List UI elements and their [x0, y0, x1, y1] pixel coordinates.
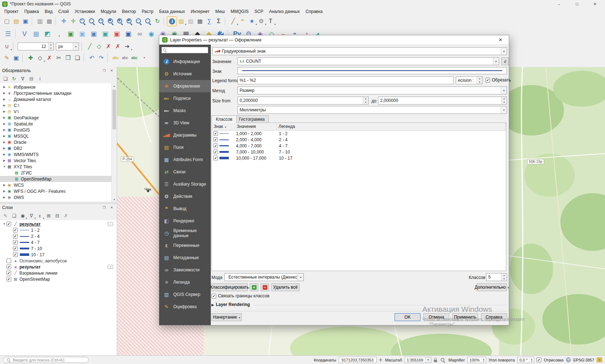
add-feature[interactable]: ✚ — [26, 53, 35, 63]
menubar-item-2[interactable]: Правка — [22, 8, 42, 15]
pan-to-selection[interactable]: ✛ — [68, 17, 78, 26]
quick-search-input[interactable]: Введите для поиска (Ctrl+K) — [3, 357, 89, 363]
dialog-tab-qgis-server[interactable]: ▥QGIS Сервер — [159, 288, 210, 301]
browser-item-drive-v[interactable]: ▶▤V:\ — [0, 108, 117, 115]
topology-editing[interactable]: ✗ — [104, 42, 113, 51]
menubar-item-15[interactable]: Справка — [303, 8, 325, 15]
menubar-item-3[interactable]: Вид — [42, 8, 55, 15]
expander-icon[interactable]: ▶ — [2, 128, 6, 132]
paste-features[interactable]: ❏ — [73, 53, 82, 63]
render-checkbox[interactable] — [537, 358, 541, 362]
new-bookmark[interactable]: ★▾ — [247, 17, 257, 26]
layers-visibility[interactable]: ◉▾ — [19, 212, 27, 220]
legend-checkbox[interactable] — [13, 234, 18, 239]
classes-row[interactable]: 7,000 - 10,0007 - 10 — [212, 149, 506, 155]
classes-row[interactable]: 10,000 - 17,00010 - 17 — [212, 155, 506, 161]
messages-icon[interactable]: ☰ — [597, 358, 602, 362]
ok-button[interactable]: OK — [395, 313, 421, 321]
browser-item-geopackage[interactable]: ▶▣GeoPackage — [0, 115, 117, 121]
browser-item-wms-wmts[interactable]: ▶◉WMS/WMTS — [0, 151, 117, 157]
expander-icon[interactable]: ▶ — [2, 190, 6, 193]
classes-count-spinner[interactable]: 5 — [486, 273, 507, 281]
classify-button[interactable]: Классифицировать — [212, 283, 248, 291]
class-checkbox[interactable] — [213, 137, 218, 142]
zoom-native[interactable]: 1:1 — [97, 17, 106, 26]
browser-item-openstreetmap[interactable]: ▦OpenStreetMap — [0, 176, 117, 182]
renderer-combo[interactable]: Градуированный знак — [212, 47, 507, 55]
class-checkbox[interactable] — [213, 131, 218, 136]
label-pin[interactable]: abc — [120, 53, 130, 63]
layers-close-icon[interactable] — [109, 205, 115, 210]
snapping-units[interactable]: px — [56, 43, 79, 50]
select-features[interactable]: ▨▾ — [177, 17, 186, 26]
snapping-tolerance[interactable]: 12 — [18, 43, 54, 50]
layers-legend-item[interactable]: 4 - 7 — [0, 239, 117, 245]
copy-features[interactable]: ❐ — [63, 53, 73, 63]
expander-icon[interactable]: ▼ — [2, 165, 6, 168]
legend-checkbox[interactable] — [13, 228, 18, 232]
menubar-item-13[interactable]: SCP — [252, 8, 266, 15]
class-checkbox[interactable] — [213, 143, 218, 148]
size-to-spinner[interactable]: 2,000000 — [378, 97, 507, 105]
legend-checkbox[interactable] — [13, 252, 18, 257]
layers-legend-item[interactable]: 7 - 10 — [0, 245, 117, 252]
dialog-tab-3d-view[interactable]: 3D3D View — [159, 117, 210, 129]
dialog-search-box[interactable] — [161, 47, 208, 53]
expander-icon[interactable]: ▼ — [2, 222, 6, 226]
style-menu-button[interactable]: Начертание — [212, 313, 242, 321]
spinner-arrows[interactable] — [477, 77, 482, 84]
layer-notes-icon[interactable]: ≡ — [108, 265, 113, 269]
classes-row[interactable]: 1,000 - 2,0001 - 2 — [212, 130, 506, 137]
expander-icon[interactable]: ▶ — [2, 141, 6, 144]
class-checkbox[interactable] — [213, 150, 218, 154]
statistics-panel[interactable]: Σ — [214, 17, 223, 26]
browser-filter[interactable]: ∇ — [19, 75, 27, 83]
apply-button[interactable]: Применить — [452, 313, 478, 321]
maximize-button[interactable] — [569, 0, 585, 8]
close-button[interactable] — [587, 0, 603, 8]
dialog-tab-temporal[interactable]: ◷Временные данные — [159, 227, 210, 239]
text-annotation[interactable]: T▾ — [266, 17, 275, 26]
layers-add-group[interactable]: ❏ — [10, 212, 18, 220]
expander-icon[interactable]: ▶ — [2, 92, 6, 95]
open-project[interactable]: ▤ — [12, 17, 21, 26]
menubar-item-7[interactable]: Вектор — [119, 8, 139, 15]
symbol-preview-button[interactable] — [237, 67, 507, 74]
layers-legend-item[interactable]: 2 - 4 — [0, 233, 117, 239]
tracing-toggle[interactable]: ➜▾ — [123, 42, 132, 51]
browser-properties[interactable]: i — [36, 75, 44, 83]
snap-vertex[interactable]: ◇ — [94, 42, 104, 51]
legend-checkbox[interactable] — [13, 240, 18, 245]
browser-item-ows[interactable]: ▶◉OWS — [0, 194, 117, 200]
browser-item-oracle[interactable]: ▶▣Oracle — [0, 139, 117, 145]
trim-checkbox[interactable] — [485, 78, 490, 83]
expander-icon[interactable]: ▶ — [2, 147, 6, 150]
menubar-item-6[interactable]: Модули — [98, 8, 119, 15]
dialog-tab-auxiliary-storage[interactable]: ☰Auxiliary Storage — [159, 178, 210, 190]
browser-item-mssql[interactable]: ▶▣MSSQL — [0, 133, 117, 139]
snapping-intersection[interactable]: ✗ — [113, 42, 123, 51]
dialog-tab-metadata[interactable]: ▤Метаданные — [159, 252, 210, 264]
menubar-item-1[interactable]: Проект — [1, 8, 22, 15]
precision-spinner[interactable]: ecision : — [456, 76, 482, 84]
zoom-next[interactable]: → — [143, 17, 153, 26]
layer-item-exploded-lines[interactable]: ╱Взорванные линии — [0, 270, 117, 276]
add-oracle-layer[interactable]: ▣ — [111, 28, 123, 40]
new-print-layout[interactable]: ▥ — [35, 17, 45, 26]
spinner-arrows[interactable] — [363, 97, 368, 104]
legend-format-input[interactable]: %1 - %2 — [237, 76, 454, 84]
layers-float-icon[interactable] — [101, 205, 107, 210]
layers-expand-all[interactable]: ⊞ — [45, 212, 53, 220]
save-project[interactable]: ▣ — [21, 17, 30, 26]
layers-filter-legend[interactable]: ∇▾ — [27, 212, 35, 220]
label-toolbar[interactable]: abc — [111, 53, 120, 63]
lock-icon[interactable] — [434, 360, 437, 362]
browser-item-2gis[interactable]: ▦2ГИС — [0, 170, 117, 176]
value-combo[interactable]: 1.2COUNT — [237, 57, 499, 65]
dialog-tab-dependencies[interactable]: ∞Зависимости — [159, 264, 210, 276]
browser-close-icon[interactable] — [109, 68, 115, 73]
classes-row[interactable]: 4,000 - 7,0004 - 7 — [212, 143, 506, 149]
layer-checkbox[interactable] — [6, 265, 11, 269]
remove-class-button[interactable]: − — [261, 283, 269, 291]
menubar-item-5[interactable]: Установки — [72, 8, 98, 15]
